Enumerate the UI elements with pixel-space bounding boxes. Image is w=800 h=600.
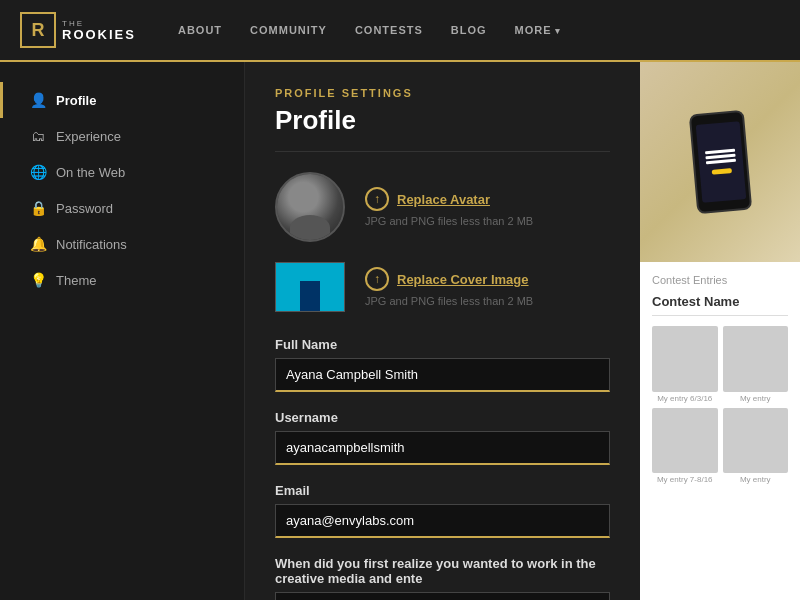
phone-line-3: [705, 159, 735, 165]
globe-icon: 🌐: [30, 164, 46, 180]
contest-thumb-3: [723, 408, 789, 474]
theme-icon: 💡: [30, 272, 46, 288]
contest-thumb-1: [723, 326, 789, 392]
email-group: Email: [275, 483, 610, 538]
navbar: R THE ROOKIES About Community Contests B…: [0, 0, 800, 62]
sidebar-item-on-the-web[interactable]: 🌐 On the Web: [0, 154, 244, 190]
sidebar-item-password[interactable]: 🔒 Password: [0, 190, 244, 226]
phone-screen: [695, 121, 746, 203]
right-panels: Contest Entries Contest Name My entry 6/…: [640, 62, 800, 600]
full-name-label: Full Name: [275, 337, 610, 352]
bio-group: When did you first realize you wanted to…: [275, 556, 610, 600]
phone-mockup: [688, 110, 752, 214]
bio-label: When did you first realize you wanted to…: [275, 556, 610, 586]
email-label: Email: [275, 483, 610, 498]
sidebar-item-profile[interactable]: 👤 Profile: [0, 82, 244, 118]
avatar-replace-section: ↑ Replace Avatar JPG and PNG files less …: [365, 187, 533, 227]
username-group: Username: [275, 410, 610, 465]
logo-rookies: ROOKIES: [62, 28, 136, 41]
sidebar-label-password: Password: [56, 201, 113, 216]
sidebar-label-experience: Experience: [56, 129, 121, 144]
cover-preview: [275, 262, 345, 312]
contest-entry-label-2: My entry 7-8/16: [652, 475, 718, 484]
cover-replace-row: ↑ Replace Cover Image: [365, 267, 533, 291]
nav-contests[interactable]: Contests: [343, 16, 435, 44]
full-name-group: Full Name: [275, 337, 610, 392]
content-area: PROFILE SETTINGS Profile ↑ Replace Avata…: [245, 62, 640, 600]
avatar-preview: [275, 172, 345, 242]
cover-row: ↑ Replace Cover Image JPG and PNG files …: [275, 262, 610, 312]
avatar-upload-icon: ↑: [365, 187, 389, 211]
sidebar: 👤 Profile 🗂 Experience 🌐 On the Web 🔒 Pa…: [0, 62, 245, 600]
cover-upload-icon: ↑: [365, 267, 389, 291]
sidebar-label-notifications: Notifications: [56, 237, 127, 252]
sidebar-label-theme: Theme: [56, 273, 96, 288]
lock-icon: 🔒: [30, 200, 46, 216]
cover-replace-section: ↑ Replace Cover Image JPG and PNG files …: [365, 267, 533, 307]
logo[interactable]: R THE ROOKIES: [20, 12, 136, 48]
contest-entry-2: My entry 7-8/16: [652, 408, 718, 485]
contest-name: Contest Name: [652, 294, 788, 316]
panel-overlay: [640, 62, 800, 262]
main-container: 👤 Profile 🗂 Experience 🌐 On the Web 🔒 Pa…: [0, 62, 800, 600]
username-input[interactable]: [275, 431, 610, 465]
cover-figure: [300, 281, 320, 311]
image-section: ↑ Replace Avatar JPG and PNG files less …: [275, 172, 610, 312]
sidebar-label-on-the-web: On the Web: [56, 165, 125, 180]
avatar-row: ↑ Replace Avatar JPG and PNG files less …: [275, 172, 610, 242]
sidebar-label-profile: Profile: [56, 93, 96, 108]
page-title: Profile: [275, 105, 610, 152]
bell-icon: 🔔: [30, 236, 46, 252]
logo-letter: R: [32, 20, 45, 41]
contest-section-label: Contest Entries: [652, 274, 788, 286]
replace-avatar-button[interactable]: Replace Avatar: [397, 192, 490, 207]
sidebar-item-theme[interactable]: 💡 Theme: [0, 262, 244, 298]
contest-grid: My entry 6/3/16 My entry My entry 7-8/16…: [652, 326, 788, 484]
contest-thumb-2: [652, 408, 718, 474]
bio-textarea[interactable]: Stand by, Chewie, here we go. Cut in the…: [275, 592, 610, 600]
settings-label: PROFILE SETTINGS: [275, 87, 610, 99]
nav-community[interactable]: Community: [238, 16, 339, 44]
contest-thumb-0: [652, 326, 718, 392]
username-label: Username: [275, 410, 610, 425]
contest-entry-label-1: My entry: [723, 394, 789, 403]
contest-entry-0: My entry 6/3/16: [652, 326, 718, 403]
logo-box: R: [20, 12, 56, 48]
avatar-image: [277, 174, 343, 240]
contest-entry-label-3: My entry: [723, 475, 789, 484]
nav-about[interactable]: About: [166, 16, 234, 44]
person-icon: 👤: [30, 92, 46, 108]
right-bottom-panel: Contest Entries Contest Name My entry 6/…: [640, 262, 800, 600]
replace-cover-button[interactable]: Replace Cover Image: [397, 272, 529, 287]
phone-button: [711, 168, 731, 175]
full-name-input[interactable]: [275, 358, 610, 392]
briefcase-icon: 🗂: [30, 128, 46, 144]
nav-blog[interactable]: Blog: [439, 16, 499, 44]
nav-more[interactable]: More: [503, 16, 574, 44]
contest-entry-label-0: My entry 6/3/16: [652, 394, 718, 403]
right-top-panel: [640, 62, 800, 262]
contest-entry-1: My entry: [723, 326, 789, 403]
nav-links: About Community Contests Blog More: [166, 16, 573, 44]
sidebar-item-experience[interactable]: 🗂 Experience: [0, 118, 244, 154]
logo-text: THE ROOKIES: [62, 20, 136, 41]
cover-file-hint: JPG and PNG files less than 2 MB: [365, 295, 533, 307]
email-input[interactable]: [275, 504, 610, 538]
avatar-file-hint: JPG and PNG files less than 2 MB: [365, 215, 533, 227]
contest-entry-3: My entry: [723, 408, 789, 485]
avatar-replace-row: ↑ Replace Avatar: [365, 187, 533, 211]
sidebar-item-notifications[interactable]: 🔔 Notifications: [0, 226, 244, 262]
